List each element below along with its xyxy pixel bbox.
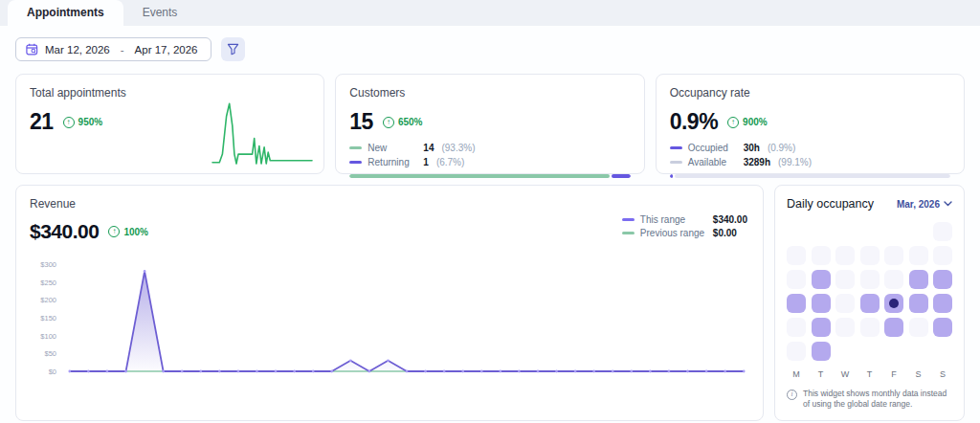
stats-row: Total appointments 21 ↑ 950% Customers 1…: [15, 74, 965, 174]
calendar-day-cell[interactable]: [812, 246, 831, 265]
total-appointments-value: 21: [30, 109, 54, 135]
calendar-day-cell[interactable]: [787, 342, 806, 361]
weekday-label: S: [933, 369, 952, 379]
calendar-day-cell[interactable]: [812, 342, 831, 361]
bar-segment: [670, 174, 673, 178]
legend-row-returning: Returning 1 (6.7%): [349, 157, 630, 167]
previous-range-dash-icon: [622, 232, 635, 234]
card-title: Revenue: [30, 197, 749, 211]
y-axis-labels: $300$250$200$150$100$50$0: [30, 256, 64, 379]
card-title: Daily occupancy: [787, 197, 874, 211]
calendar-day-cell[interactable]: [812, 294, 831, 313]
weekday-labels: MTWTFSS: [787, 369, 952, 379]
y-tick-label: $250: [40, 278, 56, 287]
calendar-day-cell[interactable]: [884, 270, 903, 289]
arrow-up-icon: ↑: [63, 117, 75, 128]
calendar-day-cell[interactable]: [933, 318, 952, 337]
y-tick-label: $150: [40, 314, 56, 323]
chevron-down-icon: [944, 201, 952, 207]
change-badge: ↑ 900%: [727, 117, 768, 128]
available-dash-icon: [670, 161, 682, 164]
bar-segment: [675, 174, 950, 178]
legend-row-available: Available 3289h (99.1%): [670, 157, 950, 167]
occupied-dash-icon: [670, 146, 682, 149]
calendar-day-cell[interactable]: [835, 294, 855, 313]
revenue-legend: This range $340.00 Previous range $0.00: [622, 214, 747, 241]
card-title: Customers: [349, 86, 630, 100]
calendar-day-cell[interactable]: [860, 294, 880, 313]
revenue-area-chart: [64, 256, 749, 379]
card-revenue: Revenue $340.00 ↑ 100% This range $340.0…: [15, 185, 764, 421]
revenue-value: $340.00: [30, 220, 99, 243]
calendar-day-cell[interactable]: [860, 246, 880, 265]
calendar-day-cell[interactable]: [909, 318, 928, 337]
revenue-chart: $300$250$200$150$100$50$0: [30, 256, 749, 379]
calendar-day-cell[interactable]: [787, 270, 806, 289]
change-badge: ↑ 950%: [63, 117, 103, 128]
change-badge: ↑ 100%: [108, 226, 148, 237]
date-end: Apr 17, 2026: [135, 44, 198, 56]
arrow-up-icon: ↑: [383, 117, 394, 128]
date-range-picker[interactable]: Mar 12, 2026 - Apr 17, 2026: [15, 37, 212, 61]
calendar-day-cell[interactable]: [812, 270, 831, 289]
calendar-day-cell[interactable]: [884, 318, 903, 337]
calendar-day-cell[interactable]: [933, 294, 952, 313]
calendar-day-cell[interactable]: [933, 222, 952, 241]
y-tick-label: $0: [49, 367, 56, 376]
tab-appointments[interactable]: Appointments: [8, 0, 123, 26]
calendar-day-cell[interactable]: [835, 246, 855, 265]
tab-events[interactable]: Events: [123, 0, 197, 26]
date-start: Mar 12, 2026: [45, 44, 110, 56]
calendar-day-cell[interactable]: [884, 294, 903, 313]
month-dropdown[interactable]: Mar, 2026: [897, 199, 952, 210]
weekday-label: M: [787, 369, 806, 379]
calendar-day-cell[interactable]: [812, 318, 831, 337]
card-occupancy-rate: Occupancy rate 0.9% ↑ 900% Occupied 30h …: [656, 74, 965, 174]
legend-row-previous-range: Previous range $0.00: [622, 228, 747, 238]
occupancy-calendar-grid: [787, 222, 952, 361]
change-badge: ↑ 650%: [383, 117, 423, 128]
appointments-sparkline: [209, 95, 316, 167]
this-range-dash-icon: [622, 218, 635, 221]
y-tick-label: $100: [40, 332, 56, 341]
calendar-day-cell[interactable]: [909, 294, 928, 313]
date-separator: -: [117, 44, 128, 56]
calendar-day-cell[interactable]: [787, 318, 806, 337]
calendar-day-cell[interactable]: [909, 246, 928, 265]
bar-segment: [612, 174, 631, 178]
calendar-day-cell[interactable]: [933, 246, 952, 265]
bottom-row: Revenue $340.00 ↑ 100% This range $340.0…: [15, 185, 965, 421]
legend-row-occupied: Occupied 30h (0.9%): [670, 143, 950, 153]
calendar-day-cell[interactable]: [884, 246, 903, 265]
new-dash-icon: [349, 146, 362, 149]
calendar-day-cell[interactable]: [933, 270, 952, 289]
y-tick-label: $50: [44, 349, 56, 358]
weekday-label: S: [909, 369, 928, 379]
card-total-appointments: Total appointments 21 ↑ 950%: [15, 74, 324, 174]
daily-note: i This widget shows monthly data instead…: [787, 389, 952, 411]
toolbar: Mar 12, 2026 - Apr 17, 2026: [0, 26, 980, 63]
occupancy-value: 0.9%: [670, 109, 718, 135]
tab-bar: Appointments Events: [0, 0, 980, 26]
arrow-up-icon: ↑: [727, 117, 739, 128]
occupancy-stacked-bar: [670, 174, 950, 178]
calendar-icon: [26, 43, 38, 56]
calendar-day-cell[interactable]: [787, 246, 806, 265]
calendar-day-cell[interactable]: [787, 294, 806, 313]
filter-button[interactable]: [221, 37, 245, 61]
calendar-day-cell[interactable]: [835, 318, 855, 337]
card-title: Occupancy rate: [670, 86, 950, 100]
calendar-day-cell[interactable]: [909, 270, 928, 289]
info-icon: i: [787, 390, 797, 400]
weekday-label: T: [860, 369, 880, 379]
weekday-label: W: [835, 369, 855, 379]
calendar-day-cell[interactable]: [860, 318, 880, 337]
card-customers: Customers 15 ↑ 650% New 14 (93.3%) Retur…: [335, 74, 644, 174]
calendar-day-cell[interactable]: [860, 270, 880, 289]
calendar-day-cell[interactable]: [835, 270, 855, 289]
returning-dash-icon: [349, 161, 362, 164]
y-tick-label: $300: [40, 260, 56, 269]
bar-segment: [349, 174, 610, 178]
card-daily-occupancy: Daily occupancy Mar, 2026 MTWTFSS i This…: [774, 185, 965, 421]
filter-funnel-icon: [227, 43, 239, 56]
